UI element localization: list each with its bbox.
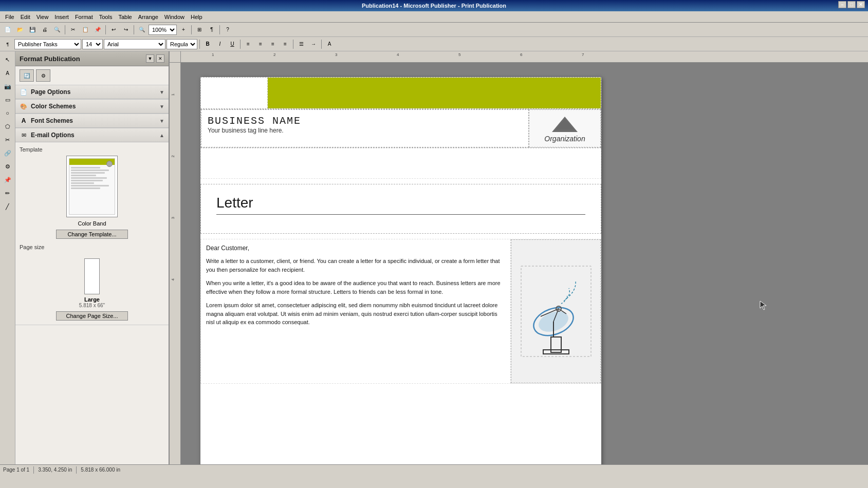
settings-tool[interactable]: ⚙ [2, 160, 14, 173]
align-center-button[interactable]: ≡ [255, 39, 266, 50]
color-schemes-header[interactable]: 🎨 Color Schemes ▼ [15, 100, 169, 114]
business-name: BUSINESS NAME [208, 115, 522, 127]
redo-button[interactable]: ↪ [120, 24, 132, 35]
color-schemes-icon: 🎨 [20, 102, 28, 110]
change-page-size-button[interactable]: Change Page Size... [56, 311, 128, 321]
template-preview [66, 156, 118, 217]
canvas-area[interactable]: 1 2 3 4 5 6 7 1 2 3 4 [170, 51, 868, 464]
new-button[interactable]: 📄 [2, 24, 13, 35]
vertical-ruler: 1 2 3 4 [170, 63, 181, 464]
status-sep [33, 466, 34, 474]
page-options-header[interactable]: 📄 Page Options ▼ [15, 85, 169, 99]
sep8 [293, 40, 293, 49]
align-right-button[interactable]: ≡ [267, 39, 279, 50]
change-template-button[interactable]: Change Template... [56, 230, 128, 239]
panel-icon-btn-2[interactable]: ⚙ [36, 69, 50, 82]
menu-view[interactable]: View [33, 13, 52, 21]
status-bar: Page 1 of 1 3.350, 4.250 in 5.818 x 66.0… [0, 464, 868, 475]
ruler-corner [170, 51, 181, 63]
template-label: Template [20, 146, 164, 153]
font-name-combo[interactable]: Arial [104, 39, 165, 49]
font-style-combo[interactable]: Regular [167, 39, 197, 49]
rect-tool[interactable]: ▭ [2, 93, 14, 106]
page-size-rect [84, 258, 100, 294]
menu-arrange[interactable]: Arrange [135, 13, 161, 21]
undo-button[interactable]: ↩ [108, 24, 119, 35]
close-button[interactable]: ✕ [857, 1, 865, 8]
email-options-content: Template [15, 142, 169, 325]
cut-button[interactable]: ✂ [67, 24, 79, 35]
email-options-label: E-mail Options [31, 132, 75, 139]
panel-close-button[interactable]: ✕ [156, 54, 164, 63]
copy-button[interactable]: 📋 [80, 24, 91, 35]
email-options-header[interactable]: ✉ E-mail Options ▲ [15, 128, 169, 142]
bold-button[interactable]: B [202, 39, 213, 50]
menu-format[interactable]: Format [72, 13, 96, 21]
font-schemes-header[interactable]: A Font Schemes ▼ [15, 114, 169, 128]
pen-tool[interactable]: ✏ [2, 187, 14, 199]
pin-tool[interactable]: 📌 [2, 174, 14, 186]
shape-tool[interactable]: ⬠ [2, 120, 14, 133]
panel-dropdown-button[interactable]: ▼ [146, 54, 154, 63]
left-toolbar: ↖ A 📷 ▭ ○ ⬠ ✂ 🔗 ⚙ 📌 ✏ ╱ [0, 51, 15, 464]
font-schemes-icon: A [20, 117, 28, 125]
panel-header: Format Publication ▼ ✕ [15, 51, 169, 66]
menu-edit[interactable]: Edit [17, 13, 33, 21]
menu-window[interactable]: Window [161, 13, 188, 21]
page-options-arrow: ▼ [159, 89, 164, 95]
font-size-combo[interactable]: 14 12 16 [82, 39, 103, 49]
menu-help[interactable]: Help [188, 13, 206, 21]
print-button[interactable]: 🖨 [39, 24, 50, 35]
menu-tools[interactable]: Tools [96, 13, 116, 21]
menu-file[interactable]: File [2, 13, 17, 21]
paste-button[interactable]: 📌 [92, 24, 103, 35]
menu-table[interactable]: Table [115, 13, 135, 21]
page-size-name: Large [20, 296, 164, 303]
greeting-text: Dear Customer, [206, 245, 505, 252]
document-page: BUSINESS NAME Your business tag line her… [200, 77, 601, 464]
link-tool[interactable]: 🔗 [2, 147, 14, 159]
zoom-select[interactable]: 100% 75% 150% [149, 25, 177, 35]
preview-button[interactable]: 🔍 [51, 24, 63, 35]
line-tool[interactable]: ╱ [2, 200, 14, 213]
sep6 [199, 40, 200, 49]
text-tool[interactable]: A [2, 67, 14, 79]
publisher-tasks-combo[interactable]: Publisher Tasks [14, 39, 81, 49]
select-tool[interactable]: ↖ [2, 53, 14, 66]
paragraph-button[interactable]: ¶ [206, 24, 217, 35]
doc-image-area [511, 239, 601, 383]
page-size-dims: 5.818 x 66" [20, 303, 164, 308]
page-options-label: Page Options [31, 88, 70, 96]
email-options-arrow: ▲ [159, 133, 164, 138]
minimize-button[interactable]: – [838, 1, 846, 8]
sep9 [321, 40, 322, 49]
list-button[interactable]: ☰ [296, 39, 307, 50]
scissors-tool[interactable]: ✂ [2, 134, 14, 146]
indent-button[interactable]: → [308, 39, 319, 50]
maximize-button[interactable]: □ [847, 1, 856, 8]
italic-button[interactable]: I [214, 39, 226, 50]
justify-button[interactable]: ≡ [280, 39, 291, 50]
status-sep2 [76, 466, 77, 474]
picture-tool[interactable]: 📷 [2, 80, 14, 92]
columns-button[interactable]: ⊞ [194, 24, 205, 35]
font-color-button[interactable]: A [324, 39, 335, 50]
zoom-out-button[interactable]: 🔍 [136, 24, 147, 35]
font-schemes-section: A Font Schemes ▼ [15, 114, 169, 128]
help-button[interactable]: ? [222, 24, 233, 35]
open-button[interactable]: 📂 [14, 24, 26, 35]
underline-button[interactable]: U [227, 39, 238, 50]
align-left-button[interactable]: ≡ [243, 39, 254, 50]
format-panel: Format Publication ▼ ✕ 🔄 ⚙ 📄 Page Option… [15, 51, 170, 464]
style-indicator: ¶ [2, 39, 13, 50]
title-bar: Publication14 - Microsoft Publisher - Pr… [0, 0, 868, 11]
zoom-in-button[interactable]: + [178, 24, 189, 35]
logo-area: Organization [529, 109, 601, 147]
save-button[interactable]: 💾 [27, 24, 38, 35]
menu-insert[interactable]: Insert [51, 13, 72, 21]
org-logo-text: Organization [544, 135, 585, 143]
doc-header-area: BUSINESS NAME Your business tag line her… [200, 109, 601, 148]
panel-icon-btn-1[interactable]: 🔄 [20, 69, 34, 82]
oval-tool[interactable]: ○ [2, 107, 14, 119]
status-page-info: Page 1 of 1 [3, 467, 29, 473]
